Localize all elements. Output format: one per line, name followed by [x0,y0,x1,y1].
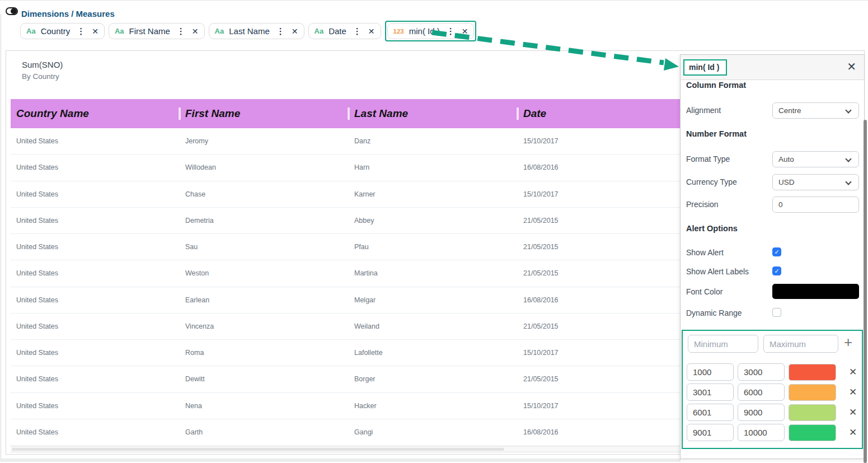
show-alert-labels-label: Show Alert Labels [686,267,749,276]
cell-last-name: Lafollette [349,349,518,357]
field-type-icon: 123 [393,28,404,35]
alignment-select[interactable]: Centre [772,102,859,119]
cell-first-name: Nena [180,402,349,410]
maximum-input[interactable] [763,335,838,353]
range-max-input[interactable] [738,404,785,421]
kebab-menu-icon[interactable]: ⋮ [447,26,455,36]
cell-country: United States [11,217,180,225]
collapse-toggle-icon[interactable] [6,7,18,15]
number-format-heading: Number Format [686,129,747,138]
alignment-label: Alignment [686,106,721,115]
range-min-input[interactable] [687,424,734,441]
field-chip[interactable]: Aa Date ⋮ ✕ [308,23,381,39]
delete-range-icon[interactable]: ✕ [849,406,857,418]
precision-label: Precision [686,200,719,209]
cell-first-name: Dewitt [180,375,349,383]
alignment-value: Centre [778,106,801,115]
currency-type-value: USD [778,178,795,186]
font-color-swatch[interactable] [772,284,859,299]
cell-last-name: Weiland [349,322,518,330]
horizontal-scrollbar-thumb[interactable] [12,448,504,451]
kebab-menu-icon[interactable]: ⋮ [353,26,362,36]
field-chip[interactable]: 123 min( Id ) ⋮ ✕ [385,21,477,41]
kebab-menu-icon[interactable]: ⋮ [177,26,185,36]
cell-country: United States [11,269,180,277]
cell-country: United States [11,375,180,383]
field-chip[interactable]: Aa Country ⋮ ✕ [20,23,105,39]
table-subtitle: By Country [22,72,59,81]
column-header: Country Name [11,107,180,120]
field-chip-body[interactable]: Aa First Name ⋮ ✕ [109,23,205,39]
field-chip[interactable]: Aa First Name ⋮ ✕ [109,23,205,39]
remove-field-icon[interactable]: ✕ [368,27,375,36]
cell-country: United States [11,296,180,304]
remove-field-icon[interactable]: ✕ [462,27,468,36]
column-header: First Name [180,107,349,120]
cell-country: United States [11,163,180,171]
close-icon[interactable]: ✕ [847,60,856,73]
precision-input[interactable]: 0 [772,197,859,213]
kebab-menu-icon[interactable]: ⋮ [276,26,285,36]
delete-range-icon[interactable]: ✕ [849,386,857,398]
range-min-input[interactable] [687,384,734,401]
dynamic-range-checkbox[interactable]: ✓ [772,308,781,317]
check-icon: ✓ [773,267,781,275]
range-min-input[interactable] [687,404,734,421]
column-resize-handle[interactable] [348,107,350,120]
range-max-input[interactable] [738,384,785,401]
range-color-swatch[interactable] [789,424,836,441]
range-min-input[interactable] [687,363,734,381]
format-type-select[interactable]: Auto [772,151,859,167]
field-chip-label: Date [329,26,346,36]
minimum-input[interactable] [688,335,758,353]
cell-first-name: Demetria [180,217,349,225]
show-alert-label: Show Alert [686,248,724,257]
dynamic-range-label: Dynamic Range [686,308,742,317]
cell-last-name: Martina [349,269,518,277]
cell-first-name: Chase [180,190,349,198]
column-resize-handle[interactable] [517,107,519,120]
check-icon: ✓ [773,248,781,256]
field-type-icon: Aa [215,27,224,35]
field-chip-body[interactable]: Aa Date ⋮ ✕ [308,23,381,39]
field-chip-body[interactable]: Aa Country ⋮ ✕ [20,23,105,39]
field-chip-body[interactable]: Aa Last Name ⋮ ✕ [209,23,304,39]
field-chip[interactable]: Aa Last Name ⋮ ✕ [209,23,304,39]
range-rows: ✕ ✕ ✕ [687,363,859,444]
vertical-scrollbar-thumb[interactable] [864,120,867,463]
cell-last-name: Harn [349,163,518,171]
range-color-swatch[interactable] [789,404,836,421]
show-alert-checkbox[interactable]: ✓ [772,247,781,256]
cell-first-name: Jeromy [180,137,349,145]
show-alert-labels-checkbox[interactable]: ✓ [772,266,781,275]
currency-type-label: Currency Type [686,177,737,186]
field-chip-body[interactable]: 123 min( Id ) ⋮ ✕ [387,23,475,39]
cell-first-name: Roma [180,349,349,357]
cell-first-name: Garth [180,428,349,436]
left-divider [1,14,1,459]
cell-country: United States [11,190,180,198]
range-max-input[interactable] [738,424,785,441]
panel-header: min( Id ) ✕ [681,55,864,80]
cell-last-name: Pfau [349,243,518,251]
format-type-label: Format Type [686,155,730,163]
remove-field-icon[interactable]: ✕ [92,27,98,36]
range-color-swatch[interactable] [789,384,836,401]
format-panel: min( Id ) ✕ Column Format Alignment Cent… [680,54,865,459]
range-max-input[interactable] [738,363,785,381]
cell-last-name: Karner [349,190,518,198]
field-chip-label: First Name [129,26,170,36]
delete-range-icon[interactable]: ✕ [849,366,857,378]
cell-last-name: Borger [349,375,518,383]
toggle-knob [11,8,17,14]
currency-type-select[interactable]: USD [772,174,859,190]
add-range-icon[interactable]: + [844,334,852,351]
range-row: ✕ [687,363,859,381]
remove-field-icon[interactable]: ✕ [192,27,199,36]
kebab-menu-icon[interactable]: ⋮ [77,26,85,36]
range-color-swatch[interactable] [789,364,836,381]
delete-range-icon[interactable]: ✕ [849,427,857,438]
remove-field-icon[interactable]: ✕ [292,27,298,36]
cell-last-name: Danz [349,137,518,145]
column-resize-handle[interactable] [179,107,181,120]
